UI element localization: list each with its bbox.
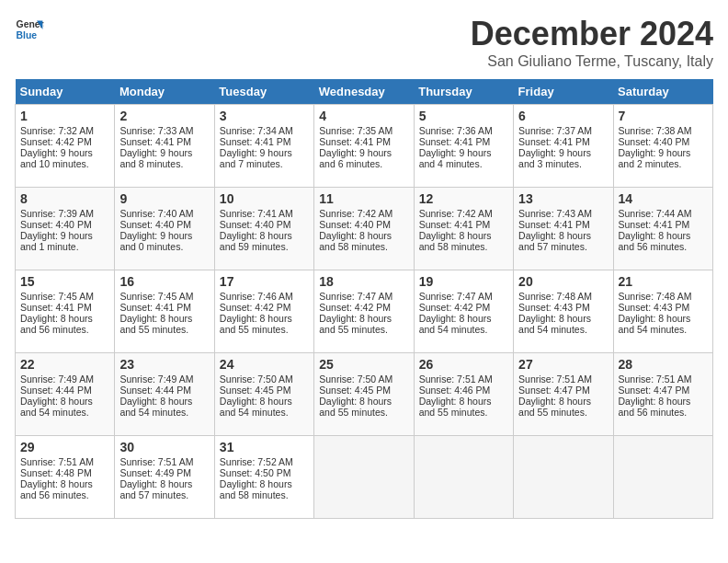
sunset: Sunset: 4:41 PM — [319, 136, 391, 147]
sunrise: Sunrise: 7:44 AM — [619, 208, 692, 219]
sunset: Sunset: 4:40 PM — [119, 219, 191, 230]
daylight: Daylight: 8 hours and 58 minutes. — [319, 230, 392, 252]
calendar-cell: 2 Sunrise: 7:33 AM Sunset: 4:41 PM Dayli… — [115, 105, 214, 188]
daylight: Daylight: 8 hours and 56 minutes. — [20, 478, 93, 500]
sunrise: Sunrise: 7:50 AM — [220, 373, 293, 385]
day-header-wednesday: Wednesday — [314, 79, 414, 105]
sunrise: Sunrise: 7:51 AM — [518, 373, 592, 385]
sunset: Sunset: 4:42 PM — [220, 302, 291, 313]
sunrise: Sunrise: 7:47 AM — [319, 291, 392, 302]
day-header-sunday: Sunday — [16, 79, 115, 105]
day-number: 28 — [619, 357, 708, 372]
sunrise: Sunrise: 7:32 AM — [20, 125, 94, 136]
calendar-table: SundayMondayTuesdayWednesdayThursdayFrid… — [15, 79, 713, 519]
daylight: Daylight: 9 hours and 0 minutes. — [119, 230, 192, 252]
daylight: Daylight: 8 hours and 54 minutes. — [419, 313, 492, 335]
daylight: Daylight: 8 hours and 55 minutes. — [119, 313, 192, 335]
sunset: Sunset: 4:45 PM — [319, 385, 391, 396]
calendar-cell: 13 Sunrise: 7:43 AM Sunset: 4:41 PM Dayl… — [514, 188, 613, 270]
day-number: 6 — [518, 109, 608, 123]
sunset: Sunset: 4:40 PM — [619, 136, 690, 147]
calendar-cell: 21 Sunrise: 7:48 AM Sunset: 4:43 PM Dayl… — [613, 270, 712, 353]
daylight: Daylight: 8 hours and 57 minutes. — [518, 230, 591, 252]
sunrise: Sunrise: 7:40 AM — [119, 208, 193, 219]
sunset: Sunset: 4:43 PM — [518, 302, 590, 313]
calendar-cell: 22 Sunrise: 7:49 AM Sunset: 4:44 PM Dayl… — [16, 353, 115, 436]
sunrise: Sunrise: 7:45 AM — [119, 291, 193, 302]
calendar-cell: 29 Sunrise: 7:51 AM Sunset: 4:48 PM Dayl… — [16, 436, 115, 519]
calendar-cell: 4 Sunrise: 7:35 AM Sunset: 4:41 PM Dayli… — [314, 105, 414, 188]
day-number: 8 — [20, 191, 109, 206]
sunrise: Sunrise: 7:43 AM — [518, 208, 592, 219]
calendar-cell: 14 Sunrise: 7:44 AM Sunset: 4:41 PM Dayl… — [613, 188, 712, 270]
sunrise: Sunrise: 7:37 AM — [518, 125, 592, 136]
sunset: Sunset: 4:47 PM — [518, 385, 590, 396]
calendar-cell: 11 Sunrise: 7:42 AM Sunset: 4:40 PM Dayl… — [314, 188, 414, 270]
daylight: Daylight: 8 hours and 56 minutes. — [20, 313, 93, 335]
month-title: December 2024 — [471, 15, 713, 53]
day-number: 12 — [419, 191, 508, 206]
calendar-cell: 28 Sunrise: 7:51 AM Sunset: 4:47 PM Dayl… — [613, 353, 712, 436]
day-number: 11 — [319, 191, 408, 206]
daylight: Daylight: 9 hours and 7 minutes. — [220, 147, 292, 169]
sunrise: Sunrise: 7:39 AM — [20, 208, 94, 219]
day-number: 3 — [220, 109, 309, 123]
day-number: 19 — [419, 274, 508, 289]
sunset: Sunset: 4:40 PM — [319, 219, 391, 230]
day-header-tuesday: Tuesday — [214, 79, 313, 105]
day-number: 10 — [220, 191, 309, 206]
day-number: 13 — [518, 191, 608, 206]
title-area: December 2024 San Giuliano Terme, Tuscan… — [471, 15, 713, 70]
sunset: Sunset: 4:41 PM — [518, 219, 590, 230]
sunrise: Sunrise: 7:33 AM — [119, 125, 193, 136]
sunset: Sunset: 4:49 PM — [119, 467, 191, 478]
day-number: 7 — [619, 109, 708, 123]
daylight: Daylight: 9 hours and 10 minutes. — [20, 147, 93, 169]
calendar-cell: 9 Sunrise: 7:40 AM Sunset: 4:40 PM Dayli… — [115, 188, 214, 270]
daylight: Daylight: 8 hours and 58 minutes. — [419, 230, 492, 252]
day-header-friday: Friday — [514, 79, 613, 105]
daylight: Daylight: 8 hours and 54 minutes. — [619, 313, 691, 335]
day-number: 1 — [20, 109, 109, 123]
day-number: 16 — [119, 274, 209, 289]
day-number: 14 — [619, 191, 708, 206]
sunrise: Sunrise: 7:36 AM — [419, 125, 493, 136]
daylight: Daylight: 8 hours and 55 minutes. — [220, 313, 292, 335]
day-header-saturday: Saturday — [613, 79, 712, 105]
day-number: 24 — [220, 357, 309, 372]
sunset: Sunset: 4:40 PM — [20, 219, 92, 230]
sunrise: Sunrise: 7:48 AM — [619, 291, 692, 302]
daylight: Daylight: 8 hours and 56 minutes. — [619, 230, 691, 252]
sunset: Sunset: 4:47 PM — [619, 385, 690, 396]
calendar-cell — [613, 436, 712, 519]
sunset: Sunset: 4:50 PM — [220, 467, 291, 478]
calendar-cell: 1 Sunrise: 7:32 AM Sunset: 4:42 PM Dayli… — [16, 105, 115, 188]
sunset: Sunset: 4:44 PM — [20, 385, 92, 396]
day-number: 17 — [220, 274, 309, 289]
sunset: Sunset: 4:42 PM — [419, 302, 491, 313]
calendar-cell — [514, 436, 613, 519]
sunrise: Sunrise: 7:42 AM — [419, 208, 493, 219]
day-number: 9 — [119, 191, 209, 206]
day-number: 4 — [319, 109, 408, 123]
daylight: Daylight: 9 hours and 6 minutes. — [319, 147, 392, 169]
sunset: Sunset: 4:45 PM — [220, 385, 291, 396]
sunrise: Sunrise: 7:49 AM — [119, 373, 193, 385]
sunset: Sunset: 4:43 PM — [619, 302, 690, 313]
daylight: Daylight: 9 hours and 1 minute. — [20, 230, 93, 252]
daylight: Daylight: 8 hours and 58 minutes. — [220, 478, 292, 500]
day-header-monday: Monday — [115, 79, 214, 105]
daylight: Daylight: 8 hours and 55 minutes. — [319, 313, 392, 335]
sunrise: Sunrise: 7:51 AM — [20, 456, 94, 467]
logo: General Blue — [15, 15, 44, 44]
daylight: Daylight: 9 hours and 3 minutes. — [518, 147, 591, 169]
day-number: 5 — [419, 109, 508, 123]
day-number: 22 — [20, 357, 109, 372]
sunset: Sunset: 4:41 PM — [119, 302, 191, 313]
daylight: Daylight: 8 hours and 55 minutes. — [518, 396, 591, 418]
calendar-cell: 8 Sunrise: 7:39 AM Sunset: 4:40 PM Dayli… — [16, 188, 115, 270]
calendar-cell: 19 Sunrise: 7:47 AM Sunset: 4:42 PM Dayl… — [414, 270, 513, 353]
calendar-cell — [414, 436, 513, 519]
day-number: 15 — [20, 274, 109, 289]
sunset: Sunset: 4:41 PM — [20, 302, 92, 313]
